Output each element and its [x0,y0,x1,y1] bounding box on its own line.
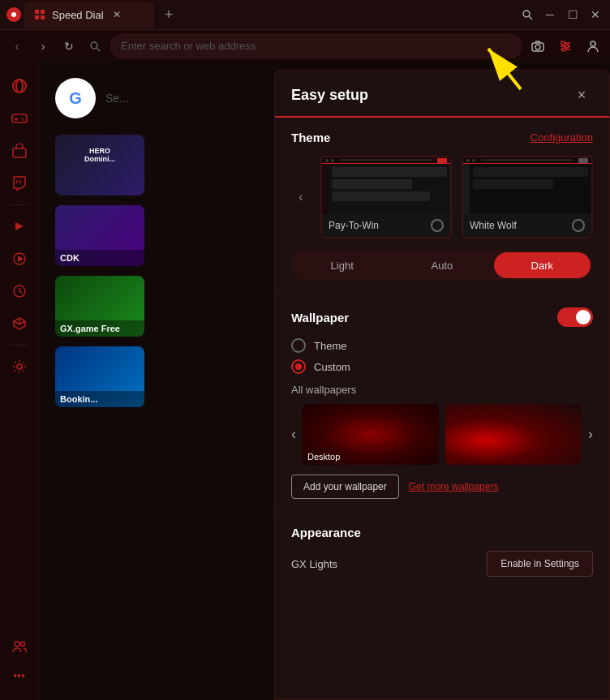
theme-name-pay: Pay-To-Win [329,220,379,231]
theme-section: Theme Configuration ‹ [275,118,609,294]
back-button[interactable]: ‹ [6,36,28,57]
wallpaper-toggle[interactable] [557,307,593,327]
search-icon[interactable] [519,6,535,23]
svg-line-7 [529,16,532,19]
refresh-button[interactable]: ↻ [58,36,79,57]
add-wallpaper-button[interactable]: Add your wallpaper [291,475,399,499]
svg-point-17 [562,48,565,51]
dial-card-hero[interactable]: HERODomini... [55,135,144,195]
wallpaper-prev-button[interactable]: ‹ [291,426,296,443]
mode-buttons: Light Auto Dark [291,250,593,281]
new-tab-button[interactable]: + [157,3,180,26]
sidebar-icon-cube[interactable] [5,309,34,338]
theme-thumb-white-wolf[interactable]: White Wolf [462,156,593,238]
thumb-dot [331,159,334,162]
tab-grid-icon [34,9,45,20]
browser-favicon [6,7,21,22]
maximize-button[interactable]: ☐ [565,6,581,23]
tab-close-button[interactable]: ✕ [110,8,123,21]
thumb-card [332,179,412,189]
enable-settings-button[interactable]: Enable in Settings [487,551,593,577]
mode-dark-button[interactable]: Dark [494,252,591,278]
dial-card-gx[interactable]: GX.game Free [55,276,144,337]
sidebar-divider-2 [10,345,29,346]
sidebar-icon-users[interactable] [5,632,34,661]
get-more-wallpapers-link[interactable]: Get more wallpapers [409,481,499,492]
svg-point-6 [523,11,530,17]
gx-lights-row: GX Lights Enable in Settings [291,551,593,577]
wallpaper-header: Wallpaper [291,307,593,327]
sidebar-icon-gaming[interactable] [5,104,34,133]
theme-thumb-pay-to-win[interactable]: Pay-To-Win [320,156,452,238]
sidebar-icon-settings[interactable] [5,352,34,381]
address-bar[interactable]: Enter search or web address [110,34,522,58]
radio-theme-label: Theme [314,340,346,352]
thumb-address [481,159,573,161]
booking-card-label: Bookin... [55,391,144,407]
appearance-section: Appearance GX Lights Enable in Settings [275,513,609,590]
nav-right-actions [527,36,604,57]
svg-point-16 [565,45,569,48]
dial-card-cdk[interactable]: CDK [55,205,144,266]
browser-chrome: Speed Dial ✕ + ─ ☐ ✕ ‹ › ↻ E [0,0,610,62]
radio-option-custom[interactable]: Custom [291,359,593,374]
forward-button[interactable]: › [32,36,54,57]
sidebar-icon-opera[interactable] [5,71,34,101]
wallpaper-thumb-desktop[interactable]: Desktop [303,404,439,465]
close-window-button[interactable]: ✕ [587,6,604,23]
radio-theme-circle[interactable] [291,338,306,353]
thumb-card [473,179,553,189]
svg-line-37 [14,321,19,324]
svg-marker-32 [18,256,24,262]
thumb-address [340,159,432,161]
hero-card-text: HERODomini... [55,135,144,170]
theme-radio-pay[interactable] [431,219,444,232]
window-controls: ─ ☐ ✕ [519,6,604,23]
sidebar-icon-play[interactable] [5,244,34,273]
wallpaper-thumb-2[interactable] [445,404,582,465]
wallpaper-desktop-label: Desktop [307,452,340,462]
mode-light-button[interactable]: Light [294,252,390,278]
svg-point-26 [23,119,24,121]
theme-radio-wolf[interactable] [572,219,585,232]
sidebar-icon-arrow[interactable] [5,212,34,241]
appearance-title: Appearance [291,526,593,539]
svg-rect-22 [12,114,27,122]
active-tab[interactable]: Speed Dial ✕ [24,2,154,28]
all-wallpapers-title: All wallpapers [291,384,593,396]
mode-auto-button[interactable]: Auto [393,252,490,278]
easy-setup-panel: Easy setup × Theme Configuration ‹ [274,70,610,700]
theme-section-title: Theme [291,131,330,144]
camera-icon[interactable] [527,36,548,57]
radio-custom-label: Custom [314,361,350,373]
settings-sliders-icon[interactable] [555,36,576,57]
svg-rect-27 [13,148,26,157]
svg-marker-30 [15,222,24,230]
thumb-card [332,167,447,177]
sidebar-icon-bag[interactable] [5,136,34,165]
configuration-link[interactable]: Configuration [531,131,593,144]
profile-icon[interactable] [582,36,604,57]
minimize-button[interactable]: ─ [542,6,558,23]
panel-close-button[interactable]: × [570,84,593,106]
radio-option-theme[interactable]: Theme [291,338,593,353]
thumb-main [329,164,450,214]
gx-lights-label: GX Lights [291,558,337,570]
dial-card-booking[interactable]: Bookin... [55,346,144,407]
thumb-sidebar [463,164,470,214]
svg-point-8 [91,42,97,49]
thumb-card [332,191,430,201]
svg-rect-2 [35,10,39,14]
theme-prev-button[interactable]: ‹ [291,187,311,207]
wallpaper-strip: ‹ Desktop › [291,404,593,465]
sidebar-icon-clock[interactable] [5,277,34,306]
radio-custom-circle[interactable] [291,359,306,374]
main-content: G Se... HERODomini... CDK GX.game Free B… [39,62,610,700]
svg-point-11 [535,45,540,49]
sidebar-icon-twitch[interactable] [5,169,34,198]
radio-dot [295,363,302,370]
wallpaper-next-button[interactable]: › [588,426,593,443]
toggle-knob [576,310,591,324]
sidebar-icon-more[interactable]: ••• [5,661,34,690]
thumb-dot [466,159,470,162]
